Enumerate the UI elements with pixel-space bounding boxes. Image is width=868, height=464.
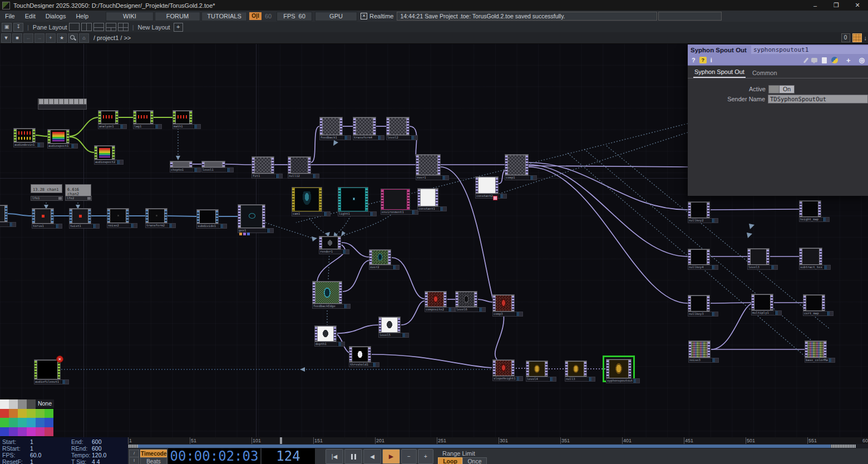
node-geo1[interactable]: geo1: [238, 204, 265, 229]
color-swatch[interactable]: [9, 427, 18, 437]
network-path-breadcrumb[interactable]: / project1 / >>: [93, 34, 131, 41]
output-connector[interactable]: [366, 189, 368, 210]
node-analyze1[interactable]: analyze1: [98, 110, 119, 125]
input-connector[interactable]: [313, 283, 315, 303]
color-swatch[interactable]: [45, 427, 53, 437]
output-connector[interactable]: [116, 112, 118, 123]
node-transform2[interactable]: transform2: [145, 208, 167, 224]
node-level3[interactable]: level3: [747, 248, 770, 265]
input-connector[interactable]: [387, 119, 389, 134]
collapse-arrow-icon[interactable]: ↓: [864, 34, 867, 41]
forum-button[interactable]: FORUM: [155, 12, 200, 21]
minimize-button[interactable]: –: [805, 0, 826, 11]
layout-vsplit-button[interactable]: [81, 23, 92, 31]
layout-three-pane-button[interactable]: [106, 23, 116, 31]
output-connector[interactable]: [216, 211, 218, 223]
input-connector[interactable]: [338, 189, 341, 210]
input-connector[interactable]: [134, 112, 136, 123]
node-base_colorMap[interactable]: base_colorMap: [805, 340, 827, 358]
node-comp3[interactable]: comp3: [492, 294, 515, 312]
node-null3[interactable]: null3: [565, 361, 587, 377]
input-connector[interactable]: [493, 361, 495, 375]
forward-icon[interactable]: →: [34, 33, 45, 43]
node-comp1[interactable]: comp1: [505, 154, 529, 176]
color-swatch[interactable]: [9, 409, 18, 418]
input-connector[interactable]: [689, 342, 691, 357]
help-icon[interactable]: ?: [692, 57, 696, 63]
output-connector[interactable]: [334, 327, 336, 340]
keyframe-widget[interactable]: [38, 98, 87, 110]
output-connector[interactable]: [373, 119, 376, 134]
output-connector[interactable]: [584, 362, 586, 376]
fps-indicator[interactable]: FPS 60: [277, 12, 312, 21]
output-connector[interactable]: [263, 206, 265, 227]
color-swatch[interactable]: [18, 418, 27, 427]
node-null12[interactable]: null12: [288, 156, 311, 174]
copy-page-icon[interactable]: [822, 57, 827, 63]
range-grip-left[interactable]: [128, 445, 138, 448]
node-environment1[interactable]: environment1: [381, 189, 410, 210]
step-back-button[interactable]: ◀: [363, 449, 381, 464]
input-connector[interactable]: [107, 210, 110, 222]
node-over1[interactable]: over1: [416, 154, 441, 176]
node-over2[interactable]: over2: [369, 249, 391, 265]
timeline-field-value[interactable]: 1: [30, 438, 33, 445]
output-connector[interactable]: [438, 156, 440, 174]
sender-name-field[interactable]: TDSyphonSpoutOut: [768, 95, 868, 103]
output-connector[interactable]: [190, 112, 192, 123]
color-swatch[interactable]: [18, 399, 27, 409]
input-connector[interactable]: [456, 293, 458, 306]
menu-dialogs[interactable]: Dialogs: [46, 13, 66, 19]
output-connector[interactable]: [272, 158, 274, 172]
output-connector[interactable]: [496, 178, 498, 192]
node-nullkey2[interactable]: nullkey2: [688, 201, 710, 219]
input-connector[interactable]: [416, 156, 418, 174]
input-connector[interactable]: [14, 130, 16, 141]
node-math1[interactable]: math1: [172, 110, 193, 125]
node-multiply1[interactable]: multiply1: [751, 294, 773, 311]
output-connector[interactable]: [818, 202, 821, 216]
node-torus1[interactable]: torus1: [32, 208, 54, 224]
timeline-field-value[interactable]: 1: [30, 458, 33, 464]
output-connector[interactable]: [407, 190, 410, 209]
output-connector[interactable]: [822, 296, 825, 310]
active-toggle-track[interactable]: [768, 85, 780, 93]
color-swatch[interactable]: [0, 399, 9, 409]
python-icon[interactable]: [831, 57, 838, 63]
color-swatch[interactable]: [27, 418, 36, 427]
rewind-button[interactable]: |◀: [326, 449, 343, 464]
node-constant2[interactable]: constant2: [475, 176, 499, 194]
node-level6[interactable]: level6: [455, 291, 477, 308]
node-composite2[interactable]: composite2: [425, 291, 447, 308]
once-button[interactable]: Once: [462, 457, 487, 464]
input-connector[interactable]: [606, 361, 609, 377]
node-nullkey4[interactable]: nullkey4: [688, 249, 710, 265]
timeline-field-value[interactable]: 4 4: [92, 458, 100, 464]
output-connector[interactable]: [88, 210, 91, 223]
input-connector[interactable]: [505, 156, 507, 174]
input-connector[interactable]: [418, 190, 420, 205]
output-connector[interactable]: [5, 206, 7, 221]
node-lag1[interactable]: lag1: [133, 110, 154, 125]
back-icon[interactable]: ←: [23, 33, 33, 43]
frame-decrement-button[interactable]: −: [401, 449, 417, 464]
timecode-mode-button[interactable]: Timecode: [140, 450, 167, 458]
node-feedbackEdge[interactable]: feedbackEdge: [312, 281, 342, 304]
input-connector[interactable]: [320, 119, 322, 134]
input-connector[interactable]: [800, 202, 802, 216]
color-swatch[interactable]: [0, 409, 9, 418]
realtime-toggle[interactable]: ✕ Realtime: [361, 13, 393, 19]
node-audiofileout1[interactable]: audiofileout1✕: [34, 359, 61, 380]
output-connector[interactable]: [436, 190, 438, 205]
node-cam1[interactable]: cam1: [292, 187, 322, 212]
edit-pencil-icon[interactable]: [803, 57, 808, 63]
output-connector[interactable]: [190, 162, 192, 166]
input-connector[interactable]: [476, 178, 478, 192]
color-swatch[interactable]: [9, 418, 18, 427]
midi-io-indicator[interactable]: O|I: [249, 12, 262, 20]
layout-grid-button[interactable]: [118, 23, 129, 31]
close-button[interactable]: ✕: [847, 0, 868, 11]
chop-value-slider[interactable]: lfo2: [65, 196, 92, 201]
layout-hsplit-button[interactable]: [93, 23, 104, 31]
color-swatch[interactable]: [27, 409, 36, 418]
